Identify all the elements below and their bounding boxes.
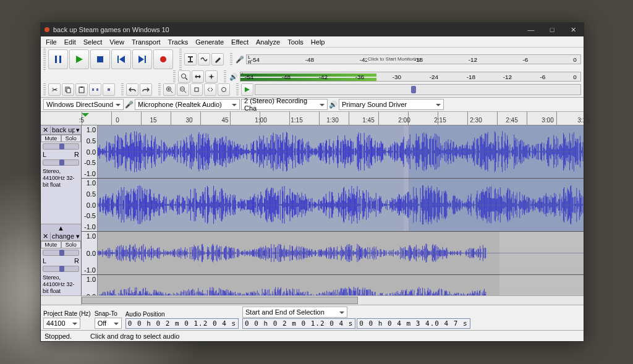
menu-tracks[interactable]: Tracks (164, 37, 192, 47)
audio-position-field[interactable]: 0 0 h 0 2 m 0 1.2 0 4 s (125, 318, 239, 329)
menu-file[interactable]: File (42, 37, 61, 47)
selection-mode-combo[interactable]: Start and End of Selection (242, 307, 347, 318)
track-control-panel[interactable]: ✕ change Wind ▾ Mute Solo LR Stereo, 441… (41, 232, 82, 295)
recording-channels-combo[interactable]: 2 (Stereo) Recording Cha (241, 99, 328, 110)
menu-tools[interactable]: Tools (284, 37, 307, 47)
track-name[interactable]: change Wind (51, 232, 75, 240)
menu-edit[interactable]: Edit (61, 37, 80, 47)
gain-slider[interactable] (43, 250, 79, 256)
minimize-button[interactable]: — (520, 23, 542, 36)
selection-region[interactable] (404, 179, 584, 231)
close-button[interactable]: ✕ (563, 23, 584, 36)
pan-slider[interactable] (43, 159, 79, 166)
track-menu-icon[interactable]: ▾ (75, 126, 81, 134)
paste-icon[interactable] (75, 83, 88, 96)
waveform-lane[interactable]: 1.00.50.0-0.5-1.0 (82, 179, 584, 232)
pan-slider[interactable] (43, 266, 79, 272)
solo-button[interactable]: Solo (61, 135, 82, 142)
envelope-tool-icon[interactable] (198, 53, 210, 66)
track-info: Stereo, 44100Hz 32-bit float (41, 167, 81, 190)
selection-toolbar: Project Rate (Hz) 44100 Snap-To Off Audi… (41, 305, 584, 330)
waveform-lane[interactable]: 1.00.0-1.0 (82, 275, 584, 295)
selection-region[interactable] (404, 125, 584, 178)
playback-speed-slider[interactable] (255, 84, 581, 95)
amplitude-scale: 1.00.0-1.0 (82, 232, 98, 274)
skip-start-button[interactable] (111, 49, 131, 69)
zoom-in-icon[interactable] (163, 83, 176, 96)
record-button[interactable] (153, 49, 173, 69)
recording-device-combo[interactable]: Microphone (Realtek Audio) (135, 99, 240, 110)
selection-end-field[interactable]: 0 0 h 0 4 m 3 4.0 4 7 s (357, 318, 470, 329)
svg-rect-16 (79, 87, 84, 93)
mute-button[interactable]: Mute (41, 241, 61, 248)
svg-marker-2 (76, 56, 83, 63)
toolbar-grip[interactable] (158, 83, 161, 96)
toolbar-grip[interactable] (43, 49, 46, 70)
track-close-icon[interactable]: ✕ (41, 232, 51, 240)
copy-icon[interactable] (62, 83, 74, 96)
svg-rect-18 (92, 88, 94, 91)
snap-to-combo[interactable]: Off (95, 318, 122, 329)
zoom-tool-icon[interactable] (178, 70, 190, 83)
zoom-toggle-icon[interactable] (218, 83, 230, 96)
undo-icon[interactable] (126, 83, 138, 96)
recording-meter[interactable]: LR -54 -48 -42 Click to Start Monitoring… (246, 54, 581, 64)
mute-button[interactable]: Mute (41, 135, 61, 142)
silence-icon[interactable] (103, 83, 115, 96)
track-close-icon[interactable]: ✕ (41, 126, 51, 134)
track-name[interactable]: back up Stea (51, 125, 75, 134)
fit-project-icon[interactable] (204, 83, 216, 96)
svg-rect-10 (188, 56, 193, 57)
toolbar-grip[interactable] (173, 70, 176, 83)
waveform-lane[interactable]: 1.00.50.0-0.5-1.0 (82, 125, 584, 179)
multi-tool-icon[interactable] (205, 70, 218, 83)
trim-icon[interactable] (89, 83, 101, 96)
playback-meter[interactable]: LR -54 -48 -42 -36 -30 -24 -18 -12 -6 0 (240, 72, 581, 82)
playback-device-combo[interactable]: Primary Sound Driver (339, 99, 444, 110)
track-menu-icon[interactable]: ▾ (75, 232, 81, 240)
toolbar-grip[interactable] (236, 83, 239, 96)
pause-button[interactable] (48, 49, 68, 69)
selection-tool-icon[interactable] (184, 53, 197, 66)
cut-icon[interactable]: ✂ (48, 83, 61, 96)
toolbar-grip[interactable] (43, 83, 46, 96)
menu-select[interactable]: Select (80, 37, 106, 47)
waveform-lane[interactable]: 1.00.0-1.0 (82, 232, 584, 275)
skip-end-button[interactable] (132, 49, 152, 69)
horizontal-scrollbar[interactable] (41, 295, 584, 305)
svg-rect-9 (190, 56, 191, 62)
menu-help[interactable]: Help (307, 37, 329, 47)
menu-generate[interactable]: Generate (192, 37, 227, 47)
audio-host-combo[interactable]: Windows DirectSound (43, 99, 124, 110)
svg-point-25 (181, 87, 185, 91)
stop-button[interactable] (90, 49, 110, 69)
solo-button[interactable]: Solo (61, 241, 82, 248)
fit-selection-icon[interactable] (190, 83, 203, 96)
selection-start-field[interactable]: 0 0 h 0 2 m 0 1.2 0 4 s (242, 318, 355, 329)
title-bar[interactable]: back up Steam games on Windows 10 — □ ✕ (41, 23, 584, 36)
redo-icon[interactable] (140, 83, 152, 96)
toolbar-grip[interactable] (121, 83, 124, 96)
amplitude-scale: 1.00.50.0-0.5-1.0 (82, 179, 98, 231)
collapse-icon[interactable]: ▲ (41, 224, 81, 232)
timeline-ruler[interactable]: :501530451:001:151:301:452:002:152:302:4… (41, 112, 584, 125)
gain-slider[interactable] (43, 143, 79, 150)
play-at-speed-icon[interactable] (241, 83, 253, 96)
track-control-panel[interactable]: ✕ back up Stea ▾ Mute Solo LR Stereo, 44… (41, 125, 82, 232)
maximize-button[interactable]: □ (542, 23, 563, 36)
draw-tool-icon[interactable] (211, 53, 224, 66)
menu-effect[interactable]: Effect (227, 37, 252, 47)
menu-analyze[interactable]: Analyze (252, 37, 284, 47)
svg-rect-0 (55, 56, 57, 63)
zoom-out-icon[interactable] (177, 83, 189, 96)
toolbar-grip[interactable] (179, 49, 182, 70)
toolbar-grip[interactable] (230, 53, 232, 66)
svg-line-13 (185, 78, 187, 80)
timeshift-tool-icon[interactable] (192, 70, 204, 83)
project-rate-combo[interactable]: 44100 (43, 318, 80, 329)
menu-view[interactable]: View (106, 37, 128, 47)
play-button[interactable] (69, 49, 89, 69)
menu-transport[interactable]: Transport (128, 37, 164, 47)
toolbar-grip[interactable] (224, 70, 226, 83)
amplitude-scale: 1.00.50.0-0.5-1.0 (82, 125, 98, 178)
